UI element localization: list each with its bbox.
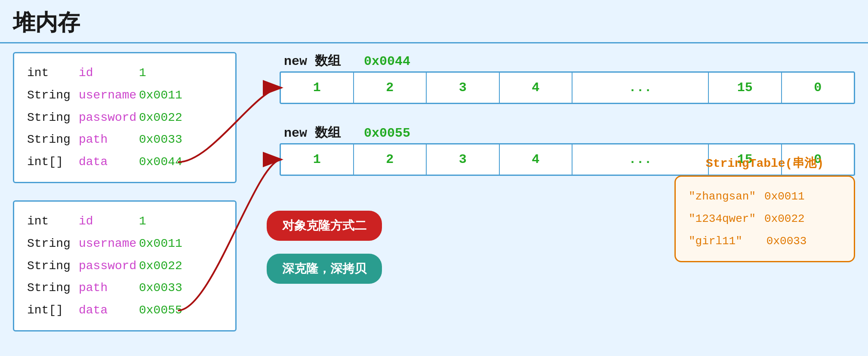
obj-value: 0x0022: [139, 107, 182, 129]
array1-label: new 数组 0x0044: [284, 52, 855, 70]
array2-label: new 数组 0x0055: [284, 124, 855, 141]
obj-row: int[] data 0x0055: [27, 299, 222, 322]
string-table-box: "zhangsan" 0x0011 "1234qwer" 0x0022 "gir…: [674, 175, 855, 262]
obj-row: String path 0x0033: [27, 277, 222, 299]
obj-field: path: [79, 129, 139, 151]
obj-value: 0x0033: [139, 129, 182, 151]
st-string: "1234qwer": [689, 208, 756, 230]
buttons-area: 对象克隆方式二 深克隆，深拷贝: [267, 211, 382, 284]
array-cell: 3: [427, 144, 500, 175]
object-box-1: int id 1 String username 0x0011 String p…: [13, 52, 237, 183]
array-cell-dots: ...: [573, 73, 709, 103]
obj-field: data: [79, 299, 139, 322]
obj-field: id: [79, 62, 139, 84]
array-cell: 4: [500, 73, 573, 103]
array2-label-addr: 0x0055: [364, 126, 410, 141]
btn-clone-method[interactable]: 对象克隆方式二: [267, 211, 382, 241]
st-row: "zhangsan" 0x0011: [689, 185, 841, 208]
array2-label-kw: new 数组: [284, 126, 341, 141]
obj-type: String: [27, 255, 79, 277]
obj-type: int[]: [27, 299, 79, 322]
st-string: "girl11": [689, 230, 742, 252]
obj-value: 1: [139, 210, 146, 233]
array-cell: 3: [427, 73, 500, 103]
obj-field: path: [79, 277, 139, 299]
array-cell: 1: [281, 73, 354, 103]
obj-field: username: [79, 233, 139, 255]
obj-row: int id 1: [27, 210, 222, 233]
array-cell: 2: [354, 73, 427, 103]
st-row: "1234qwer" 0x0022: [689, 208, 841, 230]
array1-box: 1 2 3 4 ... 15 0: [280, 71, 855, 104]
obj-row: String username 0x0011: [27, 84, 222, 107]
string-table-wrapper: StringTable(串池) "zhangsan" 0x0011 "1234q…: [674, 155, 855, 262]
obj-row: String password 0x0022: [27, 107, 222, 129]
obj-type: String: [27, 277, 79, 299]
obj-type: int: [27, 62, 79, 84]
obj-field: password: [79, 255, 139, 277]
obj-field: username: [79, 84, 139, 107]
obj-value: 0x0022: [139, 255, 182, 277]
obj-type: String: [27, 129, 79, 151]
st-addr: 0x0011: [764, 185, 805, 208]
obj-type: int[]: [27, 151, 79, 173]
array-group-1: new 数组 0x0044 1 2 3 4 ... 15 0: [280, 52, 855, 104]
obj-field: id: [79, 210, 139, 233]
object-box-2: int id 1 String username 0x0011 String p…: [13, 200, 237, 331]
btn-deep-clone[interactable]: 深克隆，深拷贝: [267, 254, 382, 284]
obj-field: password: [79, 107, 139, 129]
obj-row: String path 0x0033: [27, 129, 222, 151]
obj-value: 1: [139, 62, 146, 84]
array-cell: 0: [782, 73, 854, 103]
array-cell: 15: [709, 73, 782, 103]
string-table-title: StringTable(串池): [674, 155, 855, 171]
page-title: 堆内存: [0, 0, 868, 43]
array-cell: 4: [500, 144, 573, 175]
obj-type: String: [27, 107, 79, 129]
obj-row: int[] data 0x0044: [27, 151, 222, 173]
array1-label-kw: new 数组: [284, 54, 341, 69]
st-row: "girl11" 0x0033: [689, 230, 841, 252]
array1-label-addr: 0x0044: [364, 54, 410, 69]
array-cell: 1: [281, 144, 354, 175]
array-cell: 2: [354, 144, 427, 175]
obj-type: String: [27, 84, 79, 107]
obj-value: 0x0044: [139, 151, 182, 173]
obj-row: String password 0x0022: [27, 255, 222, 277]
obj-type: String: [27, 233, 79, 255]
obj-value: 0x0011: [139, 84, 182, 107]
obj-value: 0x0011: [139, 233, 182, 255]
st-string: "zhangsan": [689, 185, 756, 208]
obj-value: 0x0033: [139, 277, 182, 299]
st-addr: 0x0022: [764, 208, 805, 230]
obj-field: data: [79, 151, 139, 173]
st-addr: 0x0033: [766, 230, 807, 252]
obj-row: String username 0x0011: [27, 233, 222, 255]
obj-row: int id 1: [27, 62, 222, 84]
obj-value: 0x0055: [139, 299, 182, 322]
objects-column: int id 1 String username 0x0011 String p…: [13, 52, 237, 331]
obj-type: int: [27, 210, 79, 233]
